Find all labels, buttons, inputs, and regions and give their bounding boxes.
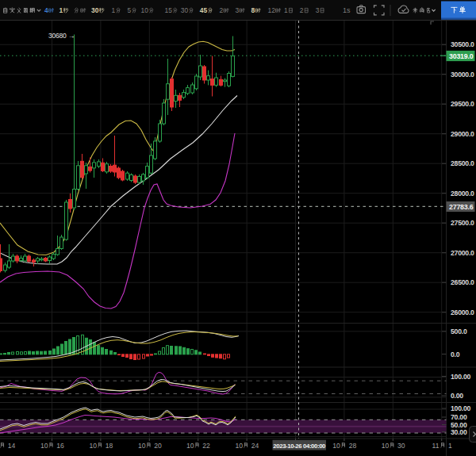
svg-text:16: 16 <box>56 442 64 450</box>
svg-text:30: 30 <box>91 6 99 14</box>
svg-text:30500.0: 30500.0 <box>451 40 474 48</box>
svg-text:28: 28 <box>349 442 357 450</box>
svg-text:27500.0: 27500.0 <box>451 219 474 227</box>
svg-text:1: 1 <box>448 442 452 450</box>
svg-text:11: 11 <box>432 442 440 450</box>
svg-text:30: 30 <box>397 442 405 450</box>
svg-text:10: 10 <box>235 442 243 450</box>
svg-text:20: 20 <box>154 442 162 450</box>
svg-text:4: 4 <box>44 6 48 14</box>
svg-text:18: 18 <box>106 442 113 450</box>
svg-text:5: 5 <box>128 6 132 14</box>
svg-text:22: 22 <box>202 442 210 450</box>
svg-text:26000.0: 26000.0 <box>451 308 474 316</box>
svg-text:10: 10 <box>382 442 390 450</box>
svg-text:100.00: 100.00 <box>451 373 470 381</box>
svg-text:45: 45 <box>200 6 208 14</box>
svg-text:14: 14 <box>8 442 16 450</box>
svg-text:10: 10 <box>40 442 48 450</box>
svg-text:30680 →: 30680 → <box>48 32 75 40</box>
svg-text:1: 1 <box>60 6 63 14</box>
svg-text:30: 30 <box>181 6 189 14</box>
svg-text:1: 1 <box>112 6 116 14</box>
svg-text:10: 10 <box>186 442 194 450</box>
svg-text:15: 15 <box>165 6 173 14</box>
svg-text:2: 2 <box>300 6 304 14</box>
svg-text:1: 1 <box>284 6 288 14</box>
svg-text:8: 8 <box>251 6 255 14</box>
svg-text:27783.6: 27783.6 <box>449 203 474 211</box>
svg-text:2: 2 <box>220 6 224 14</box>
svg-text:29500.0: 29500.0 <box>451 100 474 108</box>
svg-text:12: 12 <box>268 6 276 14</box>
svg-text:2023-10-26 04:00:00: 2023-10-26 04:00:00 <box>273 443 326 450</box>
svg-text:3: 3 <box>316 6 320 14</box>
svg-text:3: 3 <box>236 6 240 14</box>
svg-text:29000.0: 29000.0 <box>451 130 474 138</box>
svg-text:10: 10 <box>141 6 149 14</box>
svg-text:24: 24 <box>251 442 259 450</box>
svg-text:28000.0: 28000.0 <box>451 190 474 197</box>
svg-text:27000.0: 27000.0 <box>451 249 474 257</box>
svg-text:28500.0: 28500.0 <box>451 159 474 167</box>
svg-text:500.0: 500.0 <box>451 328 467 335</box>
svg-text:30000.0: 30000.0 <box>451 71 474 79</box>
svg-text:26500.0: 26500.0 <box>451 278 474 286</box>
svg-text:0.00: 0.00 <box>451 392 463 400</box>
svg-text:10: 10 <box>89 442 97 450</box>
svg-text:30319.0: 30319.0 <box>449 52 474 60</box>
svg-text:1s: 1s <box>343 6 351 14</box>
svg-text:0.0: 0.0 <box>451 351 460 358</box>
svg-text:100.00: 100.00 <box>451 404 470 412</box>
svg-text:30.00: 30.00 <box>451 428 467 436</box>
svg-text:10: 10 <box>138 442 146 450</box>
svg-text:70.00: 70.00 <box>451 413 467 421</box>
svg-text:10: 10 <box>332 442 340 450</box>
